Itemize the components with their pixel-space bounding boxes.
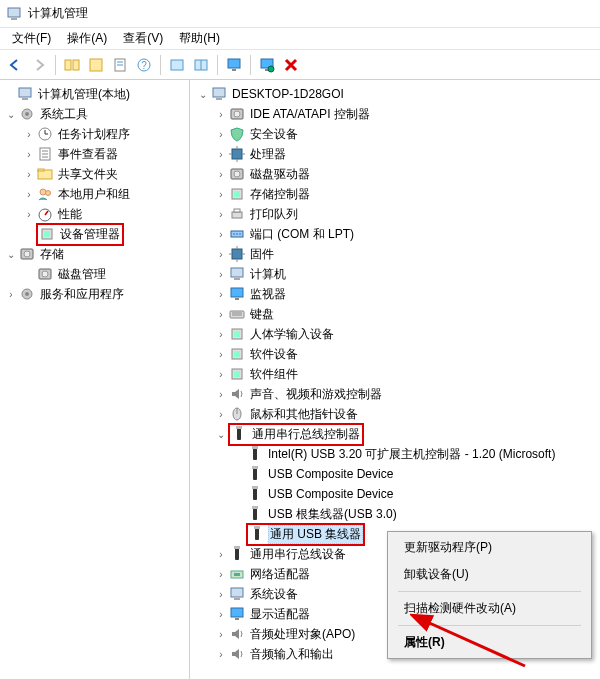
- expander-icon[interactable]: ›: [22, 207, 36, 221]
- scan-hardware-button[interactable]: [256, 54, 278, 76]
- node-monitor[interactable]: ›监视器: [190, 284, 600, 304]
- node-desktop-root[interactable]: ⌄ DESKTOP-1D28GOI: [190, 84, 600, 104]
- back-button[interactable]: [4, 54, 26, 76]
- node-hid[interactable]: ›人体学输入设备: [190, 324, 600, 344]
- svg-rect-51: [171, 60, 183, 70]
- menu-separator: [398, 625, 581, 626]
- node-computer-mgmt[interactable]: ▾ 计算机管理(本地): [0, 84, 189, 104]
- app-icon: [6, 6, 22, 22]
- node-swcomp[interactable]: ›软件组件: [190, 364, 600, 384]
- node-security[interactable]: ›安全设备: [190, 124, 600, 144]
- node-ide[interactable]: ›IDE ATA/ATAPI 控制器: [190, 104, 600, 124]
- toolbar: ?: [0, 50, 600, 80]
- node-firmware[interactable]: ›固件: [190, 244, 600, 264]
- menu-scan-hardware[interactable]: 扫描检测硬件改动(A): [390, 595, 589, 622]
- expander-icon[interactable]: ›: [22, 167, 36, 181]
- node-usb-composite-2[interactable]: USB Composite Device: [190, 484, 600, 504]
- menu-separator: [398, 591, 581, 592]
- menu-properties[interactable]: 属性(R): [390, 629, 589, 656]
- expander-icon[interactable]: ›: [22, 147, 36, 161]
- node-usb-intel[interactable]: Intel(R) USB 3.20 可扩展主机控制器 - 1.20 (Micro…: [190, 444, 600, 464]
- node-computer[interactable]: ›计算机: [190, 264, 600, 284]
- device-tree: ⌄ DESKTOP-1D28GOI ›IDE ATA/ATAPI 控制器 ›安全…: [190, 80, 600, 679]
- node-storage[interactable]: ⌄ 存储: [0, 244, 189, 264]
- node-keyboard[interactable]: ›键盘: [190, 304, 600, 324]
- menu-uninstall-device[interactable]: 卸载设备(U): [390, 561, 589, 588]
- menu-action[interactable]: 操作(A): [59, 28, 115, 49]
- titlebar: 计算机管理: [0, 0, 600, 28]
- node-eventviewer[interactable]: › 事件查看器: [0, 144, 189, 164]
- show-hidden-button[interactable]: [223, 54, 245, 76]
- detail-view-button[interactable]: [190, 54, 212, 76]
- list-view-button[interactable]: [166, 54, 188, 76]
- node-usb-roothub[interactable]: USB 根集线器(USB 3.0): [190, 504, 600, 524]
- node-sharedfolders[interactable]: › 共享文件夹: [0, 164, 189, 184]
- svg-rect-45: [90, 59, 102, 71]
- context-menu: 更新驱动程序(P) 卸载设备(U) 扫描检测硬件改动(A) 属性(R): [387, 531, 592, 659]
- forward-button: [28, 54, 50, 76]
- svg-point-54: [268, 66, 274, 72]
- window-title: 计算机管理: [28, 5, 88, 22]
- expander-icon[interactable]: ⌄: [196, 87, 210, 101]
- node-mouse[interactable]: ›鼠标和其他指针设备: [190, 404, 600, 424]
- label-systools: 系统工具: [38, 105, 90, 124]
- menu-update-driver[interactable]: 更新驱动程序(P): [390, 534, 589, 561]
- highlight-usb-controllers: 通用串行总线控制器: [228, 423, 364, 446]
- expander-icon[interactable]: ⌄: [214, 427, 228, 441]
- node-swdev[interactable]: ›软件设备: [190, 344, 600, 364]
- node-devicemgr[interactable]: › 设备管理器: [0, 224, 189, 244]
- view-mode-button[interactable]: [85, 54, 107, 76]
- properties-button[interactable]: [109, 54, 131, 76]
- menu-file[interactable]: 文件(F): [4, 28, 59, 49]
- node-cpu[interactable]: ›处理器: [190, 144, 600, 164]
- node-audio[interactable]: ›声音、视频和游戏控制器: [190, 384, 600, 404]
- expander-icon[interactable]: ›: [4, 287, 18, 301]
- node-performance[interactable]: › 性能: [0, 204, 189, 224]
- menu-view[interactable]: 查看(V): [115, 28, 171, 49]
- node-storagectrl[interactable]: ›存储控制器: [190, 184, 600, 204]
- node-usb-controllers[interactable]: ⌄ 通用串行总线控制器: [190, 424, 600, 444]
- help-button[interactable]: ?: [133, 54, 155, 76]
- expander-icon[interactable]: ⌄: [4, 247, 18, 261]
- node-printq[interactable]: ›打印队列: [190, 204, 600, 224]
- up-button[interactable]: [61, 54, 83, 76]
- node-usb-composite-1[interactable]: USB Composite Device: [190, 464, 600, 484]
- label-computer-mgmt: 计算机管理(本地): [36, 85, 132, 104]
- node-diskmgmt[interactable]: › 磁盘管理: [0, 264, 189, 284]
- node-localusers[interactable]: › 本地用户和组: [0, 184, 189, 204]
- expander-icon[interactable]: ›: [22, 187, 36, 201]
- node-ports[interactable]: ›端口 (COM 和 LPT): [190, 224, 600, 244]
- node-services[interactable]: › 服务和应用程序: [0, 284, 189, 304]
- left-tree: ▾ 计算机管理(本地) ⌄ 系统工具 › 任务计划程序 › 事件查看器 › 共享…: [0, 80, 190, 679]
- expander-icon[interactable]: ›: [22, 127, 36, 141]
- svg-text:?: ?: [141, 60, 147, 71]
- highlight-device-manager: 设备管理器: [36, 223, 124, 246]
- node-scheduler[interactable]: › 任务计划程序: [0, 124, 189, 144]
- expander-icon[interactable]: ⌄: [4, 107, 18, 121]
- menubar: 文件(F) 操作(A) 查看(V) 帮助(H): [0, 28, 600, 50]
- uninstall-button[interactable]: [280, 54, 302, 76]
- node-systools[interactable]: ⌄ 系统工具: [0, 104, 189, 124]
- node-diskdrive[interactable]: ›磁盘驱动器: [190, 164, 600, 184]
- highlight-usb-hub: 通用 USB 集线器: [246, 523, 365, 546]
- menu-help[interactable]: 帮助(H): [171, 28, 228, 49]
